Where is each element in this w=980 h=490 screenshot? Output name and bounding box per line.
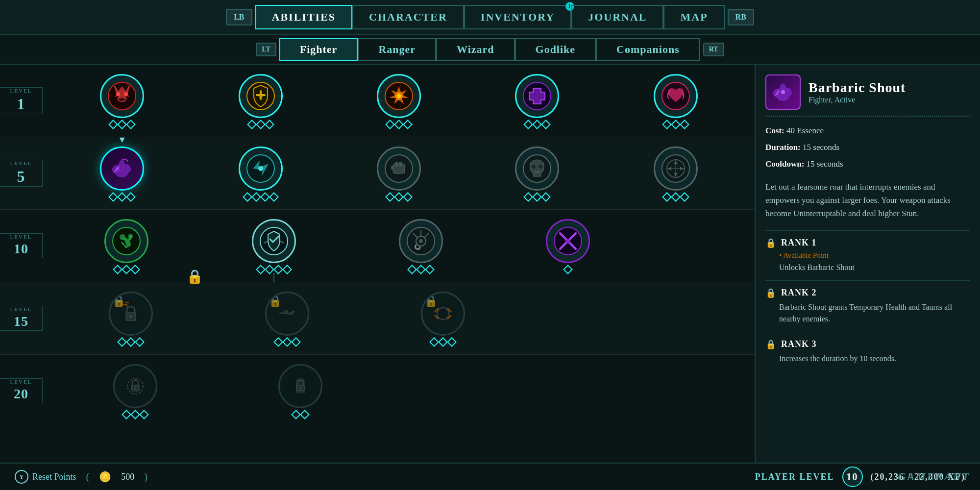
svg-point-25 (120, 234, 125, 240)
level-label-10: LEVEL 10 (0, 233, 43, 258)
level-row-10: LEVEL 10 (0, 210, 755, 282)
ability-pips (663, 121, 688, 128)
pip (447, 337, 457, 347)
level-row-5: LEVEL 5 ▼ (0, 137, 755, 210)
ability-icon-skullfist[interactable] (515, 147, 559, 191)
ability-icon-shieldcross[interactable] (239, 74, 283, 118)
level-label-1: LEVEL 1 (0, 87, 43, 115)
ability-pips (409, 266, 433, 273)
pip (251, 192, 261, 202)
tab-abilities[interactable]: ABILITIES (255, 5, 353, 29)
ability-icon-crossslash[interactable] (546, 219, 590, 263)
subtab-companions[interactable]: Companions (596, 38, 700, 61)
svg-point-48 (134, 387, 136, 389)
ability-pips (110, 121, 134, 128)
bottom-bar: Y Reset Points ( 🪙 500 ) PLAYER LEVEL 10… (0, 463, 980, 490)
ability-icon-explosion[interactable] (377, 74, 421, 118)
level-label-15: LEVEL 15 (0, 306, 43, 331)
svg-point-18 (532, 165, 536, 169)
ability-cell (239, 147, 283, 200)
rank1-lock-icon: 🔒 (765, 238, 776, 248)
rank2-lock-icon: 🔒 (765, 288, 776, 298)
pip (256, 265, 266, 274)
gamerant-logo: GAMERANT (898, 470, 970, 483)
ability-icon-locked1[interactable]: 🔒 (109, 292, 153, 336)
pip (126, 192, 136, 202)
bumper-lt[interactable]: LT (256, 43, 276, 56)
ability-icon-locked3[interactable]: 🔒 (421, 292, 465, 336)
stat-cooldown: 15 seconds (807, 159, 843, 169)
pip (541, 120, 551, 129)
tab-journal[interactable]: JOURNAL (571, 5, 663, 29)
svg-point-26 (128, 234, 133, 239)
subtab-fighter[interactable]: Fighter (279, 38, 358, 61)
sidebar-ability-subtitle: Fighter, Active (808, 96, 906, 104)
ability-cell (278, 364, 322, 418)
ability-pips (564, 266, 571, 273)
ability-pips (275, 339, 299, 345)
rank-3-section: 🔒 RANK 3 Increases the duration by 10 se… (765, 332, 970, 365)
ability-icon-lockedheavy[interactable] (278, 364, 322, 408)
reset-points-button[interactable]: Y Reset Points (15, 470, 76, 484)
tab-map[interactable]: MAP (663, 5, 724, 29)
ability-cell (546, 219, 590, 273)
coin-value: 500 (121, 472, 134, 482)
ability-pips (387, 194, 411, 200)
ability-pips (248, 121, 273, 128)
ability-grid: LEVEL 1 (0, 65, 755, 463)
tab-character[interactable]: CHARACTER (352, 5, 464, 29)
sidebar-stats: Cost: 40 Essence Duration: 15 seconds Co… (765, 122, 970, 172)
abilities-row-1 (43, 65, 755, 137)
pip (282, 265, 292, 274)
svg-point-2 (124, 92, 128, 96)
pip (273, 265, 283, 274)
tab-inventory[interactable]: INVENTORY ! (464, 5, 571, 29)
ability-icon-chargestrike[interactable] (239, 147, 283, 191)
ability-icon-lockedspin[interactable] (113, 364, 157, 408)
ability-icon-heartwing[interactable] (654, 74, 698, 118)
rank1-available: • Available Point (765, 251, 970, 260)
abilities-row-15: 🔒 🔒 (43, 282, 755, 354)
pip (256, 120, 266, 129)
player-level-badge: 10 (842, 466, 863, 487)
ability-cell (239, 74, 283, 128)
lock-connector-icon: 🔒 (186, 269, 203, 285)
pip (300, 410, 310, 419)
ability-cell (399, 219, 443, 273)
subtab-godlike[interactable]: Godlike (515, 38, 596, 61)
ability-icon-chainhook[interactable] (399, 219, 443, 263)
ability-pips (119, 339, 143, 345)
svg-point-12 (258, 166, 263, 171)
pip (247, 120, 257, 129)
bumper-rb[interactable]: RB (728, 9, 754, 25)
ability-icon-locked2[interactable]: 🔒 (265, 292, 309, 336)
ability-icon-plantpower[interactable] (104, 219, 148, 263)
subtab-ranger[interactable]: Ranger (358, 38, 436, 61)
pip (126, 120, 136, 129)
svg-point-37 (565, 239, 570, 244)
ability-icon-crossheal[interactable] (515, 74, 559, 118)
ability-icon-barbaricshout[interactable] (100, 147, 144, 191)
bumper-lb[interactable]: LB (226, 9, 252, 25)
pip (291, 337, 301, 347)
abilities-row-5: ▼ (43, 137, 755, 209)
ability-cell (100, 74, 144, 128)
ability-cell (377, 74, 421, 128)
ability-pips (293, 411, 308, 418)
pip (130, 265, 140, 274)
ability-icon-fistguard[interactable] (377, 147, 421, 191)
ability-icon-shielddeflect[interactable] (252, 219, 296, 263)
rank-1-section: 🔒 RANK 1 • Available Point Unlocks Barba… (765, 230, 970, 273)
ability-pips (431, 339, 455, 345)
svg-point-52 (781, 90, 785, 94)
ability-icon-demonface[interactable] (100, 74, 144, 118)
level-row-1: LEVEL 1 (0, 65, 755, 137)
ability-icon-axecircle[interactable] (654, 147, 698, 191)
pip (265, 265, 274, 274)
bumper-rt[interactable]: RT (703, 43, 724, 56)
rank3-lock-icon: 🔒 (765, 339, 776, 350)
ability-cell (104, 219, 148, 273)
pip (265, 120, 274, 129)
subtab-wizard[interactable]: Wizard (436, 38, 514, 61)
pip (243, 192, 252, 202)
